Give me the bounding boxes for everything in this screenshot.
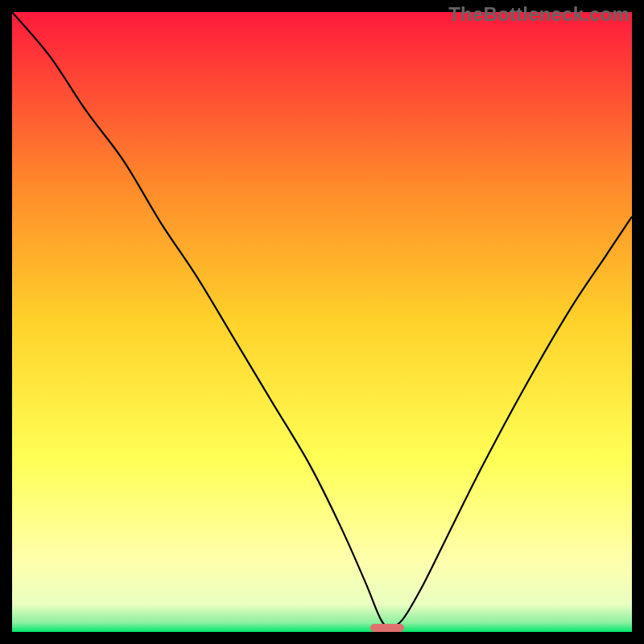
chart-container: TheBottleneck.com <box>0 0 644 644</box>
background-gradient <box>12 12 632 632</box>
svg-rect-0 <box>12 12 632 632</box>
plot-area <box>12 12 632 632</box>
watermark-text: TheBottleneck.com <box>448 3 630 26</box>
optimal-marker <box>370 624 404 632</box>
